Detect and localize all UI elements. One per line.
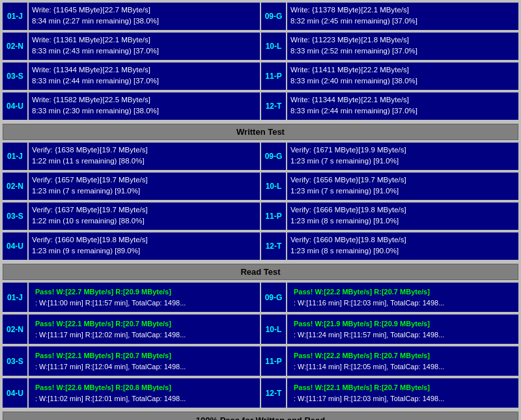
read-left-row-0: 01-J Pass! W:[22.7 MByte/s] R:[20.9 MByt…: [3, 283, 260, 312]
verify-section: 01-J Verify: {1638 MByte}[19.7 MByte/s] …: [3, 143, 518, 261]
verify-left-data-0: Verify: {1638 MByte}[19.7 MByte/s] 1:22 …: [29, 143, 260, 170]
write-left-line2-3: 8:33 min (2:30 min remaining) [38.0%]: [32, 105, 257, 117]
write-right-row-0: 09-G Write: {11378 MByte}[22.1 MByte/s] …: [261, 3, 518, 30]
verify-right-line2-0: 1:23 min (7 s remaining) [91.0%]: [290, 156, 515, 167]
verify-right-label-3: 12-T: [261, 232, 286, 260]
write-left-line1-2: Write: {11344 MByte}[22.1 MByte/s]: [32, 64, 257, 76]
verify-right: 09-G Verify: {1671 MByte}[19.9 MByte/s] …: [261, 143, 518, 261]
verify-right-line1-0: Verify: {1671 MByte}[19.9 MByte/s]: [290, 145, 515, 156]
verify-right-row-3: 12-T Verify: {1660 MByte}[19.8 MByte/s] …: [261, 232, 518, 260]
write-left-data-1: Write: {11361 MByte}[22.1 MByte/s] 8:33 …: [29, 33, 260, 60]
verify-left-row-1: 02-N Verify: {1657 MByte}[19.7 MByte/s] …: [3, 173, 260, 200]
write-left-line2-0: 8:34 min (2:27 min remaining) [38.0%]: [32, 16, 257, 27]
read-left-label-0: 01-J: [3, 283, 27, 312]
read-left-line2-3: : W:[11:02 min] R:[12:01 min], TotalCap:…: [35, 393, 253, 404]
verify-left-line1-2: Verify: {1637 MByte}[19.7 MByte/s]: [32, 204, 257, 216]
write-left-label-0: 01-J: [3, 3, 27, 30]
write-right-data-0: Write: {11378 MByte}[22.1 MByte/s] 8:32 …: [287, 3, 518, 30]
read-right-data-2: Pass! W:[22.2 MByte/s] R:[20.7 MByte/s] …: [287, 346, 518, 376]
read-right-line1-3: Pass! W:[22.1 MByte/s] R:[20.7 MByte/s]: [294, 382, 512, 393]
verify-left-label-3: 04-U: [3, 232, 27, 260]
verify-right-data-2: Verify: {1666 MByte}[19.8 MByte/s] 1:23 …: [287, 203, 518, 230]
write-left-row-1: 02-N Write: {11361 MByte}[22.1 MByte/s] …: [3, 33, 260, 60]
read-right-line1-0: Pass! W:[22.2 MByte/s] R:[20.7 MByte/s]: [294, 287, 512, 298]
write-left-row-3: 04-U Write: {11582 MByte}[22.5 MByte/s] …: [3, 92, 260, 120]
read-right-line1-1: Pass! W:[21.9 MByte/s] R:[20.9 MByte/s]: [294, 318, 512, 329]
read-left-pass-1: Pass! W:[22.1 MByte/s] R:[20.7 MByte/s] …: [32, 316, 257, 342]
verify-right-data-3: Verify: {1660 MByte}[19.8 MByte/s] 1:23 …: [287, 232, 518, 260]
read-left-line2-2: : W:[11:17 min] R:[12:04 min], TotalCap:…: [35, 361, 253, 372]
write-right-line1-1: Write: {11223 MByte}[21.8 MByte/s]: [290, 35, 515, 46]
verify-right-data-1: Verify: {1656 MByte}[19.7 MByte/s] 1:23 …: [287, 173, 518, 200]
write-right-data-1: Write: {11223 MByte}[21.8 MByte/s] 8:33 …: [287, 33, 518, 60]
read-left-pass-3: Pass! W:[22.6 MByte/s] R:[20.8 MByte/s] …: [32, 380, 257, 406]
write-section: 01-J Write: {11645 MByte}[22.7 MByte/s] …: [3, 3, 518, 121]
write-left-data-0: Write: {11645 MByte}[22.7 MByte/s] 8:34 …: [29, 3, 260, 30]
write-left-line2-1: 8:33 min (2:43 min remaining) [37.0%]: [32, 46, 257, 57]
write-left-data-2: Write: {11344 MByte}[22.1 MByte/s] 8:33 …: [29, 63, 260, 90]
read-left-label-2: 03-S: [3, 346, 27, 376]
read-right-data-0: Pass! W:[22.2 MByte/s] R:[20.7 MByte/s] …: [287, 283, 518, 312]
read-right-data-3: Pass! W:[22.1 MByte/s] R:[20.7 MByte/s] …: [287, 378, 518, 408]
read-right-line2-2: : W:[11:14 min] R:[12:05 min], TotalCap:…: [294, 361, 512, 372]
verify-right-line1-1: Verify: {1656 MByte}[19.7 MByte/s]: [290, 175, 515, 186]
read-left-row-1: 02-N Pass! W:[22.1 MByte/s] R:[20.7 MByt…: [3, 315, 260, 344]
write-grid: 01-J Write: {11645 MByte}[22.7 MByte/s] …: [3, 3, 518, 121]
write-left-row-2: 03-S Write: {11344 MByte}[22.1 MByte/s] …: [3, 63, 260, 90]
read-left-line1-2: Pass! W:[22.1 MByte/s] R:[20.7 MByte/s]: [35, 350, 253, 361]
write-left-line1-3: Write: {11582 MByte}[22.5 MByte/s]: [32, 94, 257, 105]
verify-right-line1-2: Verify: {1666 MByte}[19.8 MByte/s]: [290, 204, 515, 216]
read-right-row-0: 09-G Pass! W:[22.2 MByte/s] R:[20.7 MByt…: [261, 283, 518, 312]
verify-left-label-2: 03-S: [3, 203, 27, 230]
verify-right-line2-3: 1:23 min (8 s remaining) [90.0%]: [290, 245, 515, 257]
write-right-label-3: 12-T: [261, 92, 286, 120]
write-right: 09-G Write: {11378 MByte}[22.1 MByte/s] …: [261, 3, 518, 121]
verify-left-row-0: 01-J Verify: {1638 MByte}[19.7 MByte/s] …: [3, 143, 260, 170]
verify-left-line2-0: 1:22 min (11 s remaining) [88.0%]: [32, 156, 257, 167]
write-right-row-2: 11-P Write: {11411 MByte}[22.2 MByte/s] …: [261, 63, 518, 90]
verify-left-line1-0: Verify: {1638 MByte}[19.7 MByte/s]: [32, 145, 257, 156]
read-right-row-3: 12-T Pass! W:[22.1 MByte/s] R:[20.7 MByt…: [261, 378, 518, 408]
read-right-line2-0: : W:[11:16 min] R:[12:03 min], TotalCap:…: [294, 298, 512, 309]
read-right-label-0: 09-G: [261, 283, 286, 312]
read-left-label-1: 02-N: [3, 315, 27, 344]
verify-left-label-0: 01-J: [3, 143, 27, 170]
write-right-label-1: 10-L: [261, 33, 286, 60]
write-left-data-3: Write: {11582 MByte}[22.5 MByte/s] 8:33 …: [29, 92, 260, 120]
read-right: 09-G Pass! W:[22.2 MByte/s] R:[20.7 MByt…: [261, 283, 518, 409]
verify-left-line2-1: 1:23 min (7 s remaining) [91.0%]: [32, 186, 257, 197]
main-container: 01-J Write: {11645 MByte}[22.7 MByte/s] …: [0, 0, 521, 420]
verify-left-data-3: Verify: {1660 MByte}[19.8 MByte/s] 1:23 …: [29, 232, 260, 260]
write-left-line1-0: Write: {11645 MByte}[22.7 MByte/s]: [32, 5, 257, 16]
read-section: 01-J Pass! W:[22.7 MByte/s] R:[20.9 MByt…: [3, 283, 518, 409]
read-left-line1-0: Pass! W:[22.7 MByte/s] R:[20.9 MByte/s]: [35, 287, 253, 298]
read-right-row-1: 10-L Pass! W:[21.9 MByte/s] R:[20.9 MByt…: [261, 315, 518, 344]
read-right-data-1: Pass! W:[21.9 MByte/s] R:[20.9 MByte/s] …: [287, 315, 518, 344]
write-right-line1-3: Write: {11344 MByte}[22.1 MByte/s]: [290, 94, 515, 105]
write-left-row-0: 01-J Write: {11645 MByte}[22.7 MByte/s] …: [3, 3, 260, 30]
verify-left: 01-J Verify: {1638 MByte}[19.7 MByte/s] …: [3, 143, 260, 261]
read-left-pass-2: Pass! W:[22.1 MByte/s] R:[20.7 MByte/s] …: [32, 348, 257, 374]
write-left-label-3: 04-U: [3, 92, 27, 120]
write-right-line2-2: 8:33 min (2:40 min remaining) [38.0%]: [290, 76, 515, 87]
read-right-pass-0: Pass! W:[22.2 MByte/s] R:[20.7 MByte/s] …: [290, 285, 515, 310]
read-test-header: Read Test: [3, 264, 518, 280]
verify-left-data-1: Verify: {1657 MByte}[19.7 MByte/s] 1:23 …: [29, 173, 260, 200]
verify-right-line2-2: 1:23 min (8 s remaining) [91.0%]: [290, 216, 515, 227]
verify-left-line1-1: Verify: {1657 MByte}[19.7 MByte/s]: [32, 175, 257, 186]
read-right-label-3: 12-T: [261, 378, 286, 408]
write-right-row-1: 10-L Write: {11223 MByte}[21.8 MByte/s] …: [261, 33, 518, 60]
write-left-line2-2: 8:33 min (2:44 min remaining) [37.0%]: [32, 76, 257, 87]
verify-right-label-2: 11-P: [261, 203, 286, 230]
verify-right-label-0: 09-G: [261, 143, 286, 170]
read-right-line2-1: : W:[11:24 min] R:[11:57 min], TotalCap:…: [294, 329, 512, 341]
read-left-label-3: 04-U: [3, 378, 27, 408]
read-right-row-2: 11-P Pass! W:[22.2 MByte/s] R:[20.7 MByt…: [261, 346, 518, 376]
read-left-line1-1: Pass! W:[22.1 MByte/s] R:[20.7 MByte/s]: [35, 318, 253, 329]
read-right-label-1: 10-L: [261, 315, 286, 344]
verify-left-line2-2: 1:22 min (10 s remaining) [88.0%]: [32, 216, 257, 227]
verify-left-line1-3: Verify: {1660 MByte}[19.8 MByte/s]: [32, 234, 257, 245]
write-right-line2-0: 8:32 min (2:45 min remaining) [37.0%]: [290, 16, 515, 27]
verify-right-row-2: 11-P Verify: {1666 MByte}[19.8 MByte/s] …: [261, 203, 518, 230]
read-right-pass-2: Pass! W:[22.2 MByte/s] R:[20.7 MByte/s] …: [290, 348, 515, 374]
